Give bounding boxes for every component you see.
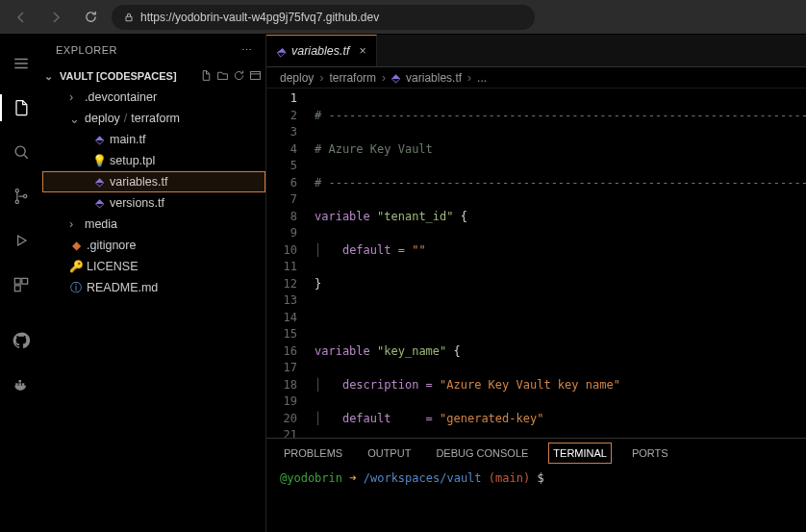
terminal[interactable]: @yodobrin ➜ /workspaces/vault (main) $ [266, 468, 806, 532]
svg-rect-8 [15, 383, 18, 386]
activity-menu[interactable] [0, 42, 42, 85]
terraform-icon: ⬘ [92, 133, 106, 146]
activity-docker[interactable] [0, 364, 42, 406]
svg-rect-0 [126, 16, 132, 21]
activity-search[interactable] [0, 131, 42, 173]
svg-point-3 [15, 200, 18, 203]
svg-point-4 [24, 194, 27, 197]
chevron-right-icon: › [69, 90, 81, 104]
terraform-icon: ⬘ [92, 175, 106, 189]
tree-folder-deploy[interactable]: ⌄deploy / terraform [42, 108, 265, 129]
sidebar-more-icon[interactable]: ⋯ [241, 44, 253, 57]
address-bar[interactable]: https://yodobrin-vault-w4pg9j75fvq7.gith… [112, 5, 535, 30]
code-editor[interactable]: 1234567891011121314151617181920212223242… [266, 89, 806, 438]
refresh-icon[interactable] [233, 69, 245, 84]
workspace-name: VAULT [CODESPACES] [60, 70, 177, 82]
code-content: # --------------------------------------… [307, 89, 806, 438]
panel-tab-problems[interactable]: PROBLEMS [280, 443, 346, 463]
svg-rect-5 [14, 278, 20, 284]
editor-tab[interactable]: ⬘ variables.tf × [266, 35, 377, 66]
bulb-icon: 💡 [92, 154, 106, 167]
explorer-section-header[interactable]: ⌄ VAULT [CODESPACES] [42, 65, 265, 87]
svg-rect-11 [19, 380, 22, 383]
sidebar-title: EXPLORER [56, 44, 117, 56]
panel-tab-ports[interactable]: PORTS [628, 443, 672, 463]
tree-file-main-tf[interactable]: ⬘main.tf [42, 129, 265, 150]
tree-folder-devcontainer[interactable]: ›.devcontainer [42, 87, 265, 108]
nav-back-button[interactable] [8, 4, 35, 31]
lock-icon [123, 12, 135, 23]
tree-file-license[interactable]: 🔑LICENSE [42, 256, 265, 277]
line-number-gutter: 1234567891011121314151617181920212223242… [266, 89, 307, 438]
svg-rect-9 [19, 383, 22, 386]
chevron-down-icon: ⌄ [69, 112, 81, 126]
explorer-sidebar: EXPLORER ⋯ ⌄ VAULT [CODESPACES] ›.devcon… [42, 35, 266, 532]
tree-file-gitignore[interactable]: ◆.gitignore [42, 235, 265, 256]
new-folder-icon[interactable] [216, 69, 229, 84]
svg-point-1 [15, 146, 25, 156]
url-text: https://yodobrin-vault-w4pg9j75fvq7.gith… [140, 11, 379, 24]
tree-folder-media[interactable]: ›media [42, 214, 265, 235]
new-file-icon[interactable] [200, 69, 213, 84]
nav-reload-button[interactable] [77, 4, 104, 31]
svg-rect-10 [22, 383, 25, 386]
browser-toolbar: https://yodobrin-vault-w4pg9j75fvq7.gith… [0, 0, 806, 35]
activity-github[interactable] [0, 319, 42, 362]
activity-source-control[interactable] [0, 175, 42, 217]
activity-bar [0, 35, 42, 532]
tree-file-variables-tf[interactable]: ⬘variables.tf [42, 171, 265, 192]
panel-tab-debug[interactable]: DEBUG CONSOLE [432, 443, 532, 463]
svg-rect-7 [14, 286, 20, 291]
svg-point-2 [15, 190, 18, 192]
info-icon: ⓘ [69, 280, 83, 296]
close-icon[interactable]: × [359, 44, 365, 58]
panel-tab-terminal[interactable]: TERMINAL [549, 443, 611, 463]
tree-file-readme[interactable]: ⓘREADME.md [42, 277, 265, 298]
tab-filename: variables.tf [291, 44, 349, 58]
bottom-panel: PROBLEMS OUTPUT DEBUG CONSOLE TERMINAL P… [266, 438, 806, 532]
tree-file-versions-tf[interactable]: ⬘versions.tf [42, 192, 265, 214]
svg-rect-6 [22, 278, 28, 284]
chevron-down-icon: ⌄ [44, 70, 56, 83]
activity-extensions[interactable] [0, 264, 42, 306]
svg-rect-12 [251, 71, 261, 79]
panel-tab-output[interactable]: OUTPUT [364, 443, 415, 463]
activity-debug[interactable] [0, 219, 42, 262]
collapse-icon[interactable] [249, 69, 262, 84]
nav-forward-button[interactable] [42, 4, 69, 31]
breadcrumb[interactable]: deploy› terraform› ⬘variables.tf› ... [266, 67, 806, 89]
git-icon: ◆ [69, 239, 83, 252]
activity-explorer[interactable] [0, 87, 42, 129]
editor-tab-bar: ⬘ variables.tf × [266, 35, 806, 67]
terraform-icon: ⬘ [92, 196, 106, 210]
chevron-right-icon: › [69, 217, 81, 231]
tree-file-setup-tpl[interactable]: 💡setup.tpl [42, 150, 265, 171]
key-icon: 🔑 [69, 260, 83, 273]
terraform-icon: ⬘ [276, 44, 286, 59]
terraform-icon: ⬘ [391, 71, 400, 85]
